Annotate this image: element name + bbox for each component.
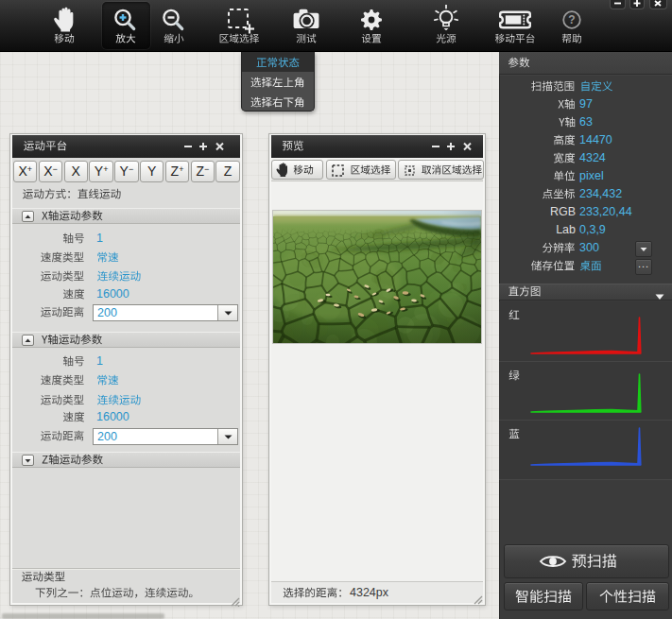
svg-text:?: ? [568,13,575,26]
